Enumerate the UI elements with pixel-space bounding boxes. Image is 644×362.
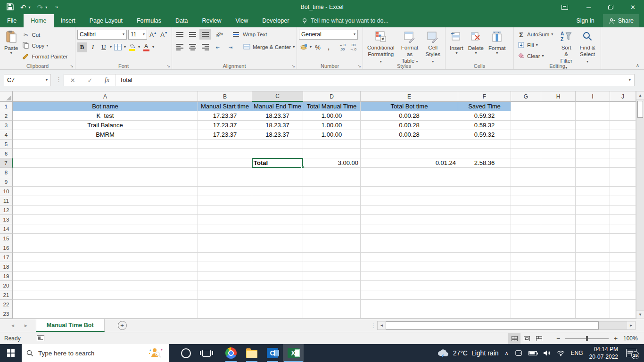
accounting-format-button[interactable] <box>299 42 308 52</box>
undo-icon[interactable]: ↶ <box>20 4 26 11</box>
cell-E5[interactable] <box>361 140 458 149</box>
cell-F20[interactable] <box>458 281 511 290</box>
cell-F11[interactable] <box>458 196 511 206</box>
alignment-dialog-launcher-icon[interactable]: ↘ <box>291 64 295 68</box>
cell-J11[interactable] <box>610 196 636 206</box>
cell-D2[interactable]: 1.00.00 <box>303 111 361 121</box>
row-header-7[interactable]: 7 <box>0 158 13 168</box>
vertical-scrollbar[interactable]: ▲ ▼ <box>636 91 644 319</box>
confirm-entry-icon[interactable]: ✓ <box>87 77 92 84</box>
cell-I20[interactable] <box>576 281 610 290</box>
cell-E15[interactable] <box>361 234 458 243</box>
cell-A5[interactable] <box>13 140 198 149</box>
battery-icon[interactable] <box>528 351 537 355</box>
cell-B6[interactable] <box>198 149 252 158</box>
cell-E4[interactable]: 0.00.28 <box>361 130 458 140</box>
cell-D1[interactable]: Total Manual Time <box>303 102 361 111</box>
copy-button[interactable]: Copy▾ <box>20 41 69 51</box>
row-header-17[interactable]: 17 <box>0 253 13 262</box>
outlook-taskbar-button[interactable]: O <box>262 344 283 362</box>
cell-F4[interactable]: 0.59.32 <box>458 130 511 140</box>
cell-D5[interactable] <box>303 140 361 149</box>
tab-view[interactable]: View <box>228 14 255 27</box>
increase-decimal-button[interactable]: ←.0.00 <box>338 42 347 52</box>
cell-J22[interactable] <box>610 300 636 309</box>
horizontal-scrollbar[interactable]: ◄ ► <box>377 321 636 330</box>
cell-B18[interactable] <box>198 262 252 272</box>
cell-H8[interactable] <box>541 168 576 177</box>
zoom-slider[interactable] <box>565 338 609 339</box>
middle-align-button[interactable] <box>187 29 198 40</box>
cell-H17[interactable] <box>541 253 576 262</box>
cell-F8[interactable] <box>458 168 511 177</box>
cell-E12[interactable] <box>361 206 458 215</box>
cell-E10[interactable] <box>361 187 458 196</box>
font-color-dropdown-icon[interactable]: ▾ <box>152 45 154 49</box>
cell-G13[interactable] <box>511 215 541 224</box>
share-button[interactable]: Share <box>603 14 639 27</box>
scrollbar-splitter[interactable]: ⋮ <box>371 322 376 329</box>
cell-E3[interactable]: 0.00.28 <box>361 121 458 130</box>
cell-E17[interactable] <box>361 253 458 262</box>
cell-D17[interactable] <box>303 253 361 262</box>
page-layout-view-button[interactable] <box>520 333 533 344</box>
fill-button[interactable]: Fill▾ <box>516 40 554 50</box>
paste-dropdown-icon[interactable]: ▾ <box>10 51 12 55</box>
cell-E11[interactable] <box>361 196 458 206</box>
cell-I17[interactable] <box>576 253 610 262</box>
cell-D3[interactable]: 1.00.00 <box>303 121 361 130</box>
cell-F19[interactable] <box>458 272 511 281</box>
cell-I4[interactable] <box>576 130 610 140</box>
cell-H13[interactable] <box>541 215 576 224</box>
cell-H7[interactable] <box>541 158 576 168</box>
cell-D12[interactable] <box>303 206 361 215</box>
row-header-3[interactable]: 3 <box>0 121 13 130</box>
cell-F3[interactable]: 0.59.32 <box>458 121 511 130</box>
cell-E9[interactable] <box>361 177 458 187</box>
cell-E6[interactable] <box>361 149 458 158</box>
format-dropdown-icon[interactable]: ▾ <box>496 51 498 55</box>
cell-B21[interactable] <box>198 290 252 300</box>
cell-B3[interactable]: 17.23.37 <box>198 121 252 130</box>
cell-F2[interactable]: 0.59.32 <box>458 111 511 121</box>
sign-in-button[interactable]: Sign in <box>570 17 601 24</box>
row-header-9[interactable]: 9 <box>0 177 13 187</box>
clear-button[interactable]: Clear▾ <box>516 51 554 61</box>
cell-E14[interactable] <box>361 224 458 234</box>
borders-button[interactable] <box>113 42 123 52</box>
cell-E16[interactable] <box>361 243 458 253</box>
cell-G22[interactable] <box>511 300 541 309</box>
cell-J3[interactable] <box>610 121 636 130</box>
cell-H5[interactable] <box>541 140 576 149</box>
normal-view-button[interactable] <box>508 333 520 344</box>
decrease-indent-button[interactable]: ⇤ <box>212 42 223 52</box>
cell-F18[interactable] <box>458 262 511 272</box>
cell-E7[interactable]: 0.01.24 <box>361 158 458 168</box>
cell-D16[interactable] <box>303 243 361 253</box>
action-center-button[interactable]: 15 <box>626 349 636 357</box>
font-size-combo[interactable]: 11▾ <box>128 30 147 40</box>
macro-record-icon[interactable] <box>37 335 44 341</box>
cell-H19[interactable] <box>541 272 576 281</box>
worksheet-grid[interactable]: ABCDEFGHIJ1Bot nameManual Start timeManu… <box>0 91 636 319</box>
cell-G6[interactable] <box>511 149 541 158</box>
select-all-corner[interactable] <box>0 91 13 102</box>
decrease-font-size-button[interactable]: A▼ <box>159 30 169 40</box>
row-header-20[interactable]: 20 <box>0 281 13 290</box>
cell-D10[interactable] <box>303 187 361 196</box>
cell-C12[interactable] <box>252 206 303 215</box>
cell-A2[interactable]: K_test <box>13 111 198 121</box>
italic-button[interactable]: I <box>88 42 98 52</box>
cell-F6[interactable] <box>458 149 511 158</box>
row-header-11[interactable]: 11 <box>0 196 13 206</box>
cell-F16[interactable] <box>458 243 511 253</box>
row-header-14[interactable]: 14 <box>0 224 13 234</box>
cell-G3[interactable] <box>511 121 541 130</box>
ribbon-display-options-button[interactable] <box>555 0 574 14</box>
cell-D8[interactable] <box>303 168 361 177</box>
close-button[interactable]: ✕ <box>622 0 644 14</box>
tab-insert[interactable]: Insert <box>54 14 83 27</box>
tell-me-box[interactable]: Tell me what you want to do... <box>302 14 388 27</box>
scroll-left-icon[interactable]: ◄ <box>378 321 386 329</box>
insert-function-icon[interactable]: fx <box>105 76 109 84</box>
